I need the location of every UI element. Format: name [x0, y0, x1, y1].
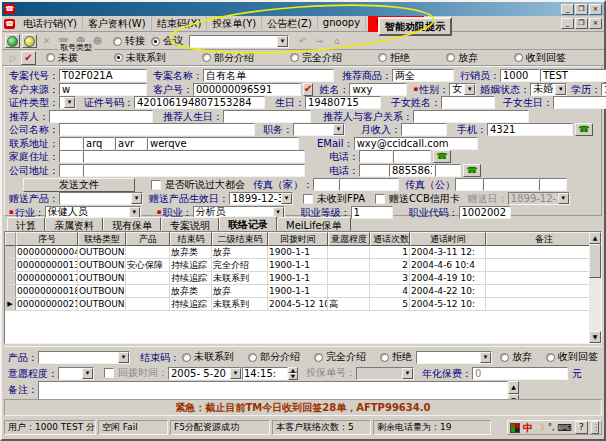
callback-date-select[interactable]: 2005- 5-20	[168, 367, 242, 380]
endcode-radio[interactable]: 完全介绍	[314, 350, 366, 364]
mdi-minimize-button[interactable]: _	[561, 18, 574, 29]
table-row[interactable]: 00000000004 OUTBOUND 放弃类 放弃 1900-1-1 1 2…	[5, 246, 601, 259]
col-header-call-time[interactable]: 通话时间	[410, 232, 486, 246]
referrer-input[interactable]	[49, 110, 153, 123]
referrer-relation-input[interactable]	[413, 110, 529, 123]
table-row[interactable]: 00000000017 OUTBOUND 持续追踪 未联系到 1900-1-1 …	[5, 272, 601, 285]
home-address-input-1[interactable]	[59, 150, 83, 163]
punctuation-icon[interactable]: °,	[548, 421, 555, 434]
dial-type-radio[interactable]: 未联系到	[114, 51, 166, 65]
spinner-up-icon[interactable]: ▲	[508, 381, 519, 394]
home-address-input-2[interactable]	[83, 150, 305, 163]
mobile-input[interactable]	[487, 123, 573, 136]
referrer-birthday-input[interactable]	[223, 110, 311, 123]
menu-item[interactable]: 投保单(Y)	[207, 16, 262, 32]
hangup-button[interactable]: ✕	[39, 34, 54, 48]
contact-address-input-1[interactable]	[59, 137, 83, 150]
agent-id-input[interactable]	[500, 69, 540, 82]
dial-type-radio[interactable]: 完全介绍	[290, 51, 342, 65]
time-spinner[interactable]: ▲▼	[288, 367, 298, 380]
tray-gripper[interactable]: ⋮	[591, 421, 599, 434]
col-header-endcode[interactable]: 结束码	[170, 232, 212, 246]
phone2-input-1[interactable]	[359, 164, 389, 177]
dial-type-radio[interactable]: 拒绝	[378, 51, 410, 65]
endcode-radio[interactable]: 放弃	[500, 350, 532, 364]
col-header-sub-endcode[interactable]: 二级结束码	[212, 232, 268, 246]
project-code-input[interactable]	[59, 69, 147, 82]
undo-button[interactable]: ↶	[295, 34, 310, 48]
endcode-radio[interactable]: 收到回签	[546, 350, 598, 364]
menu-item[interactable]: 电话行销(Y)	[18, 16, 83, 32]
company-address-input-1[interactable]	[59, 164, 83, 177]
ccb-checkbox[interactable]	[375, 194, 385, 204]
menu-item[interactable]: gnoopy	[318, 16, 366, 32]
birthday-input[interactable]	[305, 96, 381, 109]
vertical-scrollbar[interactable]: ▲ ▼	[589, 232, 601, 343]
col-header-callback-time[interactable]: 回拨时间	[268, 232, 328, 246]
education-select[interactable]: 大学	[601, 83, 606, 96]
company-address-input-2[interactable]	[83, 164, 305, 177]
dial-type-radio[interactable]: 收到回签	[514, 51, 566, 65]
id-no-input[interactable]	[134, 96, 265, 109]
premium-input[interactable]	[472, 367, 568, 380]
phone2-dial-button[interactable]: ☎	[463, 164, 481, 177]
fax-office-input-2[interactable]	[483, 178, 539, 191]
phone2-input-3[interactable]	[435, 164, 461, 177]
confirm-button[interactable]: ✔	[21, 51, 36, 65]
answer-call-button[interactable]	[5, 34, 20, 48]
fax-office-input-1[interactable]	[455, 178, 483, 191]
phone2-input-2[interactable]	[389, 164, 435, 177]
halfwidth-moon-icon[interactable]: ☽	[536, 421, 545, 434]
gift-product-select[interactable]	[59, 192, 143, 205]
endcode-radio[interactable]: 未联系到	[182, 350, 234, 364]
phone1-dial-button[interactable]: ☎	[433, 150, 451, 163]
smart-dissuade-tip-button[interactable]: 智能劝阻提示	[378, 17, 452, 36]
spinner-down-icon[interactable]: ▼	[288, 373, 298, 380]
table-row[interactable]: 00000000018 OUTBOUND 放弃类 放弃 1900-1-1 4 2…	[5, 285, 601, 298]
conference-target-select[interactable]	[189, 35, 289, 48]
heard-metlife-checkbox[interactable]	[151, 180, 161, 190]
col-header-seq[interactable]: 序号	[16, 232, 78, 246]
hold-call-button[interactable]	[22, 34, 37, 48]
dial-type-radio[interactable]: 未拨	[46, 51, 78, 65]
col-header-contact-type[interactable]: 联络类型	[78, 232, 126, 246]
col-header-remark[interactable]: 备注	[486, 232, 601, 246]
contact-address-input-4[interactable]	[147, 137, 299, 150]
endcode-radio[interactable]: 部分介绍	[248, 350, 300, 364]
marital-select[interactable]: 未婚	[530, 83, 567, 96]
fax-office-input-3[interactable]	[539, 178, 567, 191]
home-button[interactable]: ⌂	[329, 34, 344, 48]
restore-button[interactable]: ❐	[575, 4, 588, 15]
contact-address-input-2[interactable]	[83, 137, 115, 150]
customer-source-input[interactable]	[59, 83, 147, 96]
phone1-input-2[interactable]	[393, 150, 431, 163]
child-name-input[interactable]	[441, 96, 495, 109]
scrollbar-thumb[interactable]	[589, 244, 601, 278]
help-button[interactable]: ?	[575, 421, 588, 434]
position-select[interactable]	[293, 123, 345, 136]
customer-check-button[interactable]: ✔	[303, 83, 313, 96]
menu-item[interactable]: 客户资料(W)	[83, 16, 152, 32]
dial-type-radio[interactable]: 放弃	[446, 51, 478, 65]
play-button[interactable]: ▷	[6, 51, 21, 65]
dial-type-radio[interactable]: 部分介绍	[202, 51, 254, 65]
name-input[interactable]	[349, 83, 407, 96]
tab[interactable]: MeiLife保单	[277, 217, 351, 231]
fax-home-input-2[interactable]	[339, 178, 399, 191]
willingness-select[interactable]	[58, 367, 94, 380]
agent-name-input[interactable]	[540, 69, 606, 82]
child-birthday-input[interactable]	[553, 96, 606, 109]
col-header-willingness[interactable]: 意愿程度	[328, 232, 370, 246]
mdi-close-button[interactable]: ×	[589, 18, 602, 29]
project-name-input[interactable]	[203, 69, 334, 82]
gift-effective-date-select[interactable]: 1899-12-30	[229, 192, 293, 205]
table-row[interactable]: 00000000013 OUTBOUND 安心保障 持续追踪 完全介绍 1900…	[5, 259, 601, 272]
mobile-dial-button[interactable]: ☎	[575, 123, 593, 136]
menu-item[interactable]: 结束码(X)	[152, 16, 208, 32]
product-select[interactable]	[38, 351, 130, 364]
tab[interactable]: 亲属资料	[45, 217, 103, 231]
email-input[interactable]	[354, 137, 478, 150]
col-header-call-count[interactable]: 通话次数	[370, 232, 410, 246]
scroll-down-icon[interactable]: ▼	[589, 331, 601, 343]
table-row[interactable]: ▶ 00000000021 OUTBOUND 持续追踪 未联系到 2004-5-…	[5, 298, 601, 311]
